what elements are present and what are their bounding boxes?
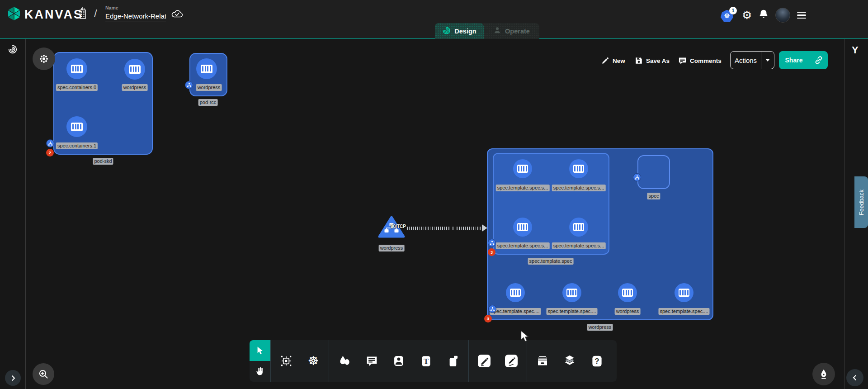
text-tool-button[interactable]: T xyxy=(412,340,439,382)
spec-template-group[interactable] xyxy=(493,153,609,255)
hierarchy-icon xyxy=(490,307,495,312)
container-node[interactable] xyxy=(506,283,525,302)
container-node[interactable] xyxy=(513,218,532,237)
hand-icon xyxy=(255,366,265,376)
pencil-icon xyxy=(601,57,609,65)
container-node[interactable] xyxy=(675,283,693,302)
tab-operate[interactable]: Operate xyxy=(484,23,539,39)
save-as-button[interactable]: Save As xyxy=(635,55,670,66)
kanvas-app: KANVAS / Name xyxy=(0,0,868,389)
comment-bubble-icon xyxy=(366,355,378,367)
bottom-toolbar: ☸ xyxy=(250,340,617,382)
container-node[interactable] xyxy=(569,218,588,237)
container-node[interactable] xyxy=(66,58,87,79)
relationship-badge[interactable] xyxy=(185,81,193,89)
container-node[interactable] xyxy=(569,159,588,178)
alert-count-badge[interactable]: 3 xyxy=(484,315,492,323)
group-label: wordpress xyxy=(587,324,613,331)
operate-person-icon xyxy=(493,26,501,36)
mouse-cursor xyxy=(520,330,529,345)
utility-tool-group: ? xyxy=(527,340,612,382)
pan-tool-button[interactable] xyxy=(250,361,270,382)
shapes-tool-button[interactable] xyxy=(331,340,358,382)
node-label: spec.template.spec.... xyxy=(490,308,541,315)
user-avatar[interactable] xyxy=(775,8,790,23)
actions-dropdown-button[interactable] xyxy=(761,52,774,69)
select-tool-button[interactable] xyxy=(250,340,270,361)
help-tool-button[interactable]: ? xyxy=(583,340,610,382)
svg-text:?: ? xyxy=(594,357,599,365)
organization-icon[interactable] xyxy=(77,6,89,22)
cloud-sync-icon[interactable] xyxy=(171,9,184,21)
container-icon xyxy=(510,289,521,297)
comments-icon xyxy=(678,57,687,65)
tab-design-label: Design xyxy=(454,28,476,35)
flower-gear-icon xyxy=(38,53,49,64)
alert-count-badge[interactable]: 3 xyxy=(488,248,495,256)
relationship-badge[interactable] xyxy=(633,173,641,181)
container-icon xyxy=(679,289,689,297)
relationship-badge[interactable] xyxy=(46,139,54,147)
share-button[interactable]: Share xyxy=(779,51,809,69)
design-name-input[interactable] xyxy=(105,11,166,22)
note-tool-button[interactable] xyxy=(439,340,467,382)
canvas-settings-button[interactable] xyxy=(33,47,55,70)
kubernetes-tool-button[interactable]: ☸ xyxy=(300,340,327,382)
zoom-button[interactable] xyxy=(33,363,54,385)
expand-left-panel-button[interactable] xyxy=(5,370,21,386)
share-split-button: Share xyxy=(779,51,828,69)
container-icon xyxy=(201,65,212,73)
pen-edit-icon xyxy=(478,355,491,367)
spec-group[interactable] xyxy=(637,155,670,189)
tab-design[interactable]: Design xyxy=(435,23,484,39)
node-label: wordpress xyxy=(122,84,148,91)
design-spiral-icon xyxy=(442,26,451,36)
feedback-label: Feedback xyxy=(858,189,865,215)
drawer-icon xyxy=(536,354,549,368)
image-tool-button[interactable] xyxy=(385,340,412,382)
sketch-tool-button[interactable] xyxy=(498,340,525,382)
new-button[interactable]: New xyxy=(601,55,625,66)
comments-label: Comments xyxy=(690,57,722,64)
expand-right-panel-button[interactable] xyxy=(846,369,863,386)
kubernetes-context-button[interactable]: ☸ 1 xyxy=(721,8,735,23)
container-icon xyxy=(517,165,528,173)
link-icon xyxy=(814,56,823,65)
chevron-right-icon xyxy=(10,375,16,381)
container-node[interactable] xyxy=(66,116,87,137)
settings-gear-icon[interactable]: ⚙ xyxy=(742,9,752,21)
container-icon xyxy=(573,165,584,173)
relationship-badge[interactable] xyxy=(488,239,496,247)
actions-button[interactable]: Actions xyxy=(731,52,761,69)
group-label: pod-skd xyxy=(93,158,113,165)
hierarchy-icon xyxy=(635,175,640,180)
container-node[interactable] xyxy=(562,283,581,302)
note-icon xyxy=(447,355,459,367)
group-label: pod-rcc xyxy=(198,99,218,106)
kanvas-spiral-icon xyxy=(8,44,18,56)
menu-hamburger-icon[interactable] xyxy=(797,12,806,19)
container-node[interactable] xyxy=(618,283,637,302)
drawing-tool-group xyxy=(469,340,527,382)
y-icon[interactable]: Y xyxy=(852,44,859,56)
drawer-tool-button[interactable] xyxy=(529,340,556,382)
edit-tool-button[interactable] xyxy=(471,340,498,382)
comments-button[interactable]: Comments xyxy=(678,55,722,66)
left-rail xyxy=(0,39,26,389)
container-node[interactable] xyxy=(124,59,145,80)
alert-count-badge[interactable]: 2 xyxy=(46,149,54,157)
annotation-tool-group: T xyxy=(329,340,468,382)
layers-tool-button[interactable] xyxy=(556,340,583,382)
feedback-tab[interactable]: Feedback xyxy=(854,176,868,228)
copy-link-button[interactable] xyxy=(809,51,828,69)
components-tool-button[interactable] xyxy=(273,340,300,382)
container-node[interactable] xyxy=(513,159,532,178)
relationship-badge[interactable] xyxy=(488,305,496,313)
comment-tool-button[interactable] xyxy=(358,340,385,382)
container-icon xyxy=(71,65,83,73)
pen-tool-button[interactable] xyxy=(812,363,835,385)
container-icon xyxy=(71,123,83,131)
container-node[interactable] xyxy=(196,58,217,79)
notifications-bell-icon[interactable] xyxy=(759,9,769,22)
kanvas-logo[interactable]: KANVAS xyxy=(6,6,83,23)
